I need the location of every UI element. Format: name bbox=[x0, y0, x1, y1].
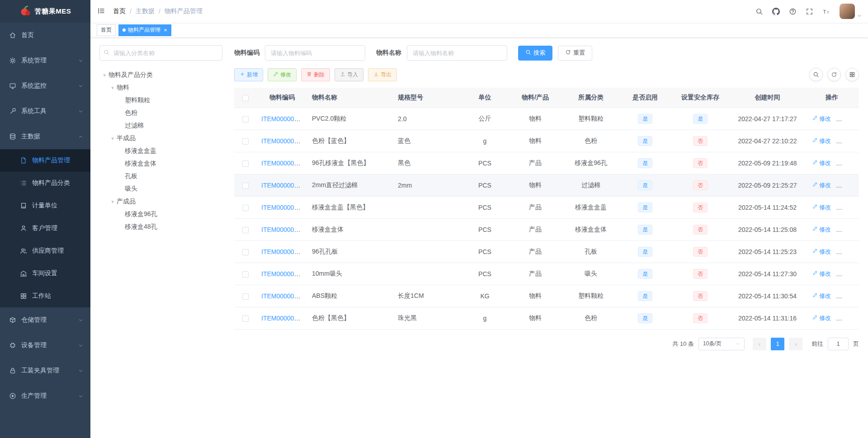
material-code-link[interactable]: ITEM00000052 bbox=[261, 226, 305, 233]
table-row[interactable]: ITEM00000053 96孔孔板 PCS 产品 孔板 是 否 2022-05… bbox=[234, 240, 859, 263]
delete-row-button[interactable]: 删除 bbox=[839, 226, 858, 234]
app-logo[interactable]: 苦糖果MES bbox=[0, 0, 90, 23]
edit-row-button[interactable]: 修改 bbox=[812, 270, 831, 278]
row-checkbox[interactable] bbox=[242, 183, 249, 189]
avatar[interactable] bbox=[840, 4, 855, 19]
edit-row-button[interactable]: 修改 bbox=[812, 314, 831, 322]
table-row[interactable]: ITEM00000041 色粉【蓝色】 蓝色 g 物料 色粉 是 否 2022-… bbox=[234, 130, 859, 152]
sidebar-item[interactable]: 仓储管理 bbox=[0, 307, 90, 333]
material-code-link[interactable]: ITEM00000037 bbox=[261, 115, 305, 122]
edit-row-button[interactable]: 修改 bbox=[812, 115, 831, 123]
toolbar-button[interactable]: 删除 bbox=[301, 68, 330, 81]
delete-row-button[interactable]: 删除 bbox=[839, 292, 858, 300]
prev-page-button[interactable]: ‹ bbox=[753, 338, 766, 350]
sidebar-item[interactable]: 工装夹具管理 bbox=[0, 358, 90, 383]
refresh-icon[interactable] bbox=[827, 68, 841, 81]
row-checkbox[interactable] bbox=[242, 227, 249, 233]
view-tag[interactable]: 首页 × bbox=[97, 24, 116, 36]
category-search-input[interactable] bbox=[99, 45, 222, 61]
table-row[interactable]: ITEM00000052 移液盒盒体 PCS 产品 移液盒盒体 是 否 2022… bbox=[234, 218, 859, 240]
tree-node[interactable]: ▾ 物料及产品分类 bbox=[99, 69, 222, 81]
grid-icon[interactable] bbox=[845, 68, 859, 81]
delete-row-button[interactable]: 删除 bbox=[839, 181, 858, 189]
toolbar-button[interactable]: 新增 bbox=[234, 68, 263, 81]
row-checkbox[interactable] bbox=[242, 160, 249, 167]
edit-row-button[interactable]: 修改 bbox=[812, 203, 831, 212]
material-code-link[interactable]: ITEM00000051 bbox=[261, 204, 305, 211]
tree-node[interactable]: ▾ 物料 bbox=[99, 81, 222, 94]
delete-row-button[interactable]: 删除 bbox=[839, 314, 858, 322]
tree-node[interactable]: ▾ 移液盒盒盖 bbox=[99, 145, 222, 157]
material-code-link[interactable]: ITEM00000046 bbox=[261, 160, 305, 167]
row-checkbox[interactable] bbox=[242, 116, 249, 122]
edit-row-button[interactable]: 修改 bbox=[812, 292, 831, 300]
material-code-link[interactable]: ITEM00000041 bbox=[261, 137, 305, 145]
table-row[interactable]: ITEM00000049 2mm直径过滤棉 2mm PCS 物料 过滤棉 是 否… bbox=[234, 174, 859, 196]
breadcrumb-item[interactable]: 首页 bbox=[113, 7, 126, 15]
material-code-link[interactable]: ITEM00000049 bbox=[261, 182, 305, 189]
material-code-link[interactable]: ITEM00000056 bbox=[261, 315, 305, 322]
edit-row-button[interactable]: 修改 bbox=[812, 137, 831, 145]
material-code-link[interactable]: ITEM00000055 bbox=[261, 292, 305, 300]
breadcrumb-item[interactable]: 物料产品管理 bbox=[165, 7, 203, 15]
view-tag[interactable]: 物料产品管理 × bbox=[118, 24, 171, 36]
sidebar-item[interactable]: 系统监控 bbox=[0, 73, 90, 99]
filter-input[interactable] bbox=[407, 45, 507, 61]
user-menu[interactable] bbox=[840, 4, 862, 19]
search-icon[interactable] bbox=[751, 5, 767, 18]
sidebar-item[interactable]: 车间设置 bbox=[0, 262, 90, 285]
row-checkbox[interactable] bbox=[242, 316, 249, 322]
sidebar-item[interactable]: 主数据 bbox=[0, 124, 90, 149]
table-row[interactable]: ITEM00000055 ABS颗粒 长度1CM KG 物料 塑料颗粒 是 否 … bbox=[234, 285, 859, 307]
delete-row-button[interactable]: 删除 bbox=[839, 115, 858, 123]
font-size-icon[interactable]: TT bbox=[818, 5, 834, 18]
delete-row-button[interactable]: 删除 bbox=[839, 248, 858, 256]
filter-input[interactable] bbox=[265, 45, 365, 61]
table-row[interactable]: ITEM00000046 96孔移液盒【黑色】 黑色 PCS 产品 移液盒96孔… bbox=[234, 152, 859, 174]
sidebar-item[interactable]: 首页 bbox=[0, 23, 90, 48]
delete-row-button[interactable]: 删除 bbox=[839, 203, 858, 212]
tree-node[interactable]: ▾ 移液盒48孔 bbox=[99, 221, 222, 233]
row-checkbox[interactable] bbox=[242, 293, 249, 300]
search-button[interactable]: 搜索 bbox=[518, 46, 552, 61]
breadcrumb-item[interactable]: 主数据 bbox=[136, 7, 155, 15]
row-checkbox[interactable] bbox=[242, 249, 249, 255]
goto-page-input[interactable] bbox=[828, 338, 849, 350]
sidebar-item[interactable]: 客户管理 bbox=[0, 217, 90, 240]
toolbar-button[interactable]: 修改 bbox=[268, 68, 297, 81]
current-page-button[interactable]: 1 bbox=[771, 338, 784, 350]
edit-row-button[interactable]: 修改 bbox=[812, 181, 831, 189]
tree-node[interactable]: ▾ 移液盒盒体 bbox=[99, 157, 222, 170]
tree-node[interactable]: ▾ 色粉 bbox=[99, 107, 222, 119]
tree-node[interactable]: ▾ 孔板 bbox=[99, 170, 222, 183]
sidebar-item[interactable]: 系统管理 bbox=[0, 48, 90, 73]
sidebar-item[interactable]: 物料产品管理 bbox=[0, 149, 90, 172]
edit-row-button[interactable]: 修改 bbox=[812, 248, 831, 256]
page-size-select[interactable]: 10条/页 bbox=[698, 338, 745, 350]
row-checkbox[interactable] bbox=[242, 271, 249, 278]
material-code-link[interactable]: ITEM00000054 bbox=[261, 270, 305, 278]
table-row[interactable]: ITEM00000051 移液盒盒盖【黑色】 PCS 产品 移液盒盒盖 是 否 … bbox=[234, 196, 859, 218]
row-checkbox[interactable] bbox=[242, 205, 249, 211]
sidebar-toggle-button[interactable] bbox=[90, 0, 112, 23]
close-icon[interactable]: × bbox=[164, 27, 167, 33]
toolbar-button[interactable]: 导入 bbox=[335, 68, 363, 81]
tree-node[interactable]: ▾ 半成品 bbox=[99, 132, 222, 145]
sidebar-item[interactable]: 系统工具 bbox=[0, 99, 90, 124]
tree-node[interactable]: ▾ 产成品 bbox=[99, 195, 222, 208]
sidebar-item[interactable]: 设备管理 bbox=[0, 333, 90, 358]
delete-row-button[interactable]: 删除 bbox=[839, 270, 858, 278]
tree-node[interactable]: ▾ 移液盒96孔 bbox=[99, 208, 222, 221]
sidebar-item[interactable]: 供应商管理 bbox=[0, 240, 90, 262]
next-page-button[interactable]: › bbox=[789, 338, 802, 350]
delete-row-button[interactable]: 删除 bbox=[839, 137, 858, 145]
table-row[interactable]: ITEM00000037 PVC2.0颗粒 2.0 公斤 物料 塑料颗粒 是 是… bbox=[234, 108, 859, 130]
edit-row-button[interactable]: 修改 bbox=[812, 159, 831, 167]
edit-row-button[interactable]: 修改 bbox=[812, 226, 831, 234]
table-row[interactable]: ITEM00000056 色粉【黑色】 珠光黑 g 物料 色粉 是 否 2022… bbox=[234, 307, 859, 329]
row-checkbox[interactable] bbox=[242, 138, 249, 145]
tree-node[interactable]: ▾ 塑料颗粒 bbox=[99, 94, 222, 107]
tree-node[interactable]: ▾ 过滤棉 bbox=[99, 119, 222, 132]
delete-row-button[interactable]: 删除 bbox=[839, 159, 858, 167]
sidebar-item[interactable]: 生产管理 bbox=[0, 383, 90, 409]
